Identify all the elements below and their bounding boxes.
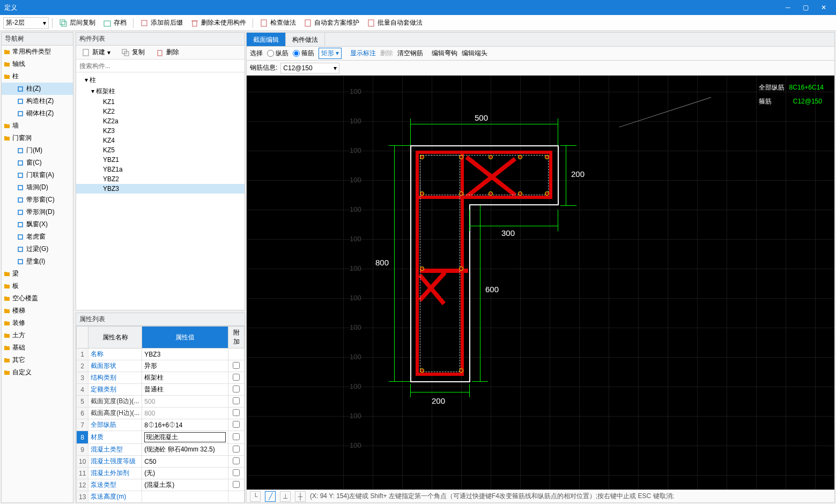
prefix-button[interactable]: 添加前后缀 bbox=[137, 17, 186, 29]
rebar-info-label: 钢筋信息: bbox=[250, 63, 277, 72]
nav-sub-item[interactable]: 砌体柱(Z) bbox=[2, 107, 73, 120]
nav-sub-item[interactable]: 门(M) bbox=[2, 144, 73, 157]
edit-end-button[interactable]: 编辑端头 bbox=[462, 49, 487, 58]
nav-item[interactable]: 常用构件类型 bbox=[2, 46, 73, 58]
section-canvas[interactable]: 100100100100100100100100100100100100100全… bbox=[247, 76, 834, 490]
delete-unused-button[interactable]: 删除未使用构件 bbox=[187, 17, 249, 29]
tab-methods[interactable]: 构件做法 bbox=[286, 33, 325, 46]
radio-longitudinal[interactable]: 纵筋 bbox=[267, 49, 288, 58]
tree-item[interactable]: YBZ3 bbox=[76, 184, 245, 194]
tree-item[interactable]: KZ2 bbox=[76, 107, 245, 116]
r2-label: 箍筋 bbox=[301, 49, 314, 58]
snap-icon-2[interactable]: ╱ bbox=[265, 491, 276, 502]
prop-check[interactable] bbox=[233, 386, 240, 392]
prop-row[interactable]: 13泵送高度(m) bbox=[77, 491, 245, 503]
check-button[interactable]: 检查做法 bbox=[256, 17, 299, 29]
chevron-down-icon: ▾ bbox=[107, 49, 110, 56]
tab-section-edit[interactable]: 截面编辑 bbox=[247, 33, 286, 46]
auto-scheme-button[interactable]: 自动套方案维护 bbox=[300, 17, 362, 29]
nav-item[interactable]: 其它 bbox=[2, 354, 73, 366]
prop-check[interactable] bbox=[233, 374, 240, 381]
new-button[interactable]: 新建▾ bbox=[78, 46, 114, 58]
chevron-down-icon: ▾ bbox=[43, 19, 46, 27]
prop-check[interactable] bbox=[233, 469, 240, 476]
nav-item[interactable]: 土方 bbox=[2, 329, 73, 342]
shape-select[interactable]: 矩形 ▾ bbox=[319, 48, 342, 59]
nav-item[interactable]: 柱 bbox=[2, 70, 73, 83]
tree-item[interactable]: KZ2a bbox=[76, 116, 245, 126]
rebar-info-field[interactable]: C12@150▾ bbox=[280, 63, 339, 73]
nav-item[interactable]: 墙 bbox=[2, 120, 73, 132]
batch-auto-button[interactable]: 批量自动套做法 bbox=[364, 17, 426, 29]
prop-check[interactable] bbox=[233, 421, 240, 428]
prop-check[interactable] bbox=[233, 457, 240, 464]
prop-row[interactable]: 8材质现浇混凝土 bbox=[77, 431, 245, 444]
prop-row[interactable]: 10混凝土强度等级C50 bbox=[77, 456, 245, 468]
snap-icon-4[interactable]: ┼ bbox=[295, 491, 306, 502]
nav-item[interactable]: 自定义 bbox=[2, 366, 73, 379]
prop-row[interactable]: 9混凝土类型(现浇砼 卵石40mm 32.5) bbox=[77, 444, 245, 456]
prop-row[interactable]: 6截面高度(H边)(...800 bbox=[77, 407, 245, 419]
prop-check[interactable] bbox=[233, 481, 240, 488]
tree-item[interactable]: KZ1 bbox=[76, 97, 245, 107]
prop-row[interactable]: 1名称YBZ3 bbox=[77, 349, 245, 360]
tree-item[interactable]: YBZ2 bbox=[76, 174, 245, 184]
prop-check[interactable] bbox=[233, 362, 240, 369]
prop-row[interactable]: 3结构类别框架柱 bbox=[77, 372, 245, 384]
snap-icon-1[interactable]: └ bbox=[250, 491, 261, 502]
prop-row[interactable]: 2截面形状异形 bbox=[77, 360, 245, 372]
maximize-icon[interactable]: ▢ bbox=[798, 4, 814, 11]
nav-sub-item[interactable]: 带形洞(D) bbox=[2, 206, 73, 218]
nav-item[interactable]: 板 bbox=[2, 280, 73, 292]
archive-button[interactable]: 存档 bbox=[100, 17, 130, 29]
prop-row[interactable]: 12泵送类型(混凝土泵) bbox=[77, 479, 245, 491]
prop-row[interactable]: 5截面宽度(B边)(...500 bbox=[77, 396, 245, 407]
nav-sub-item[interactable]: 构造柱(Z) bbox=[2, 95, 73, 107]
nav-item[interactable]: 轴线 bbox=[2, 58, 73, 70]
svg-rect-7 bbox=[305, 20, 310, 26]
nav-item[interactable]: 空心楼盖 bbox=[2, 292, 73, 305]
tree-item[interactable]: KZ3 bbox=[76, 126, 245, 136]
nav-sub-item[interactable]: 门联窗(A) bbox=[2, 169, 73, 181]
nav-item[interactable]: 梁 bbox=[2, 268, 73, 280]
nav-sub-item[interactable]: 过梁(G) bbox=[2, 243, 73, 255]
svg-rect-17 bbox=[18, 210, 23, 214]
radio-stirrup[interactable]: 箍筋 bbox=[293, 49, 314, 58]
prop-row[interactable]: 11混凝土外加剂(无) bbox=[77, 468, 245, 479]
nav-sub-item[interactable]: 老虎窗 bbox=[2, 231, 73, 243]
prop-row[interactable]: 7全部纵筋8⏀16+6⏀14 bbox=[77, 419, 245, 431]
nav-item[interactable]: 楼梯 bbox=[2, 305, 73, 317]
show-annotation-button[interactable]: 显示标注 bbox=[350, 49, 376, 58]
nav-sub-item[interactable]: 柱(Z) bbox=[2, 83, 73, 95]
minimize-icon[interactable]: ─ bbox=[780, 4, 796, 11]
tree-item[interactable]: KZ4 bbox=[76, 136, 245, 145]
nav-item[interactable]: 门窗洞 bbox=[2, 132, 73, 144]
tree-item[interactable]: YBZ1 bbox=[76, 155, 245, 165]
nav-item[interactable]: 装修 bbox=[2, 317, 73, 329]
prop-check[interactable] bbox=[233, 433, 240, 440]
prop-check[interactable] bbox=[233, 397, 240, 404]
copy-between-floors-button[interactable]: 层间复制 bbox=[56, 17, 99, 29]
svg-rect-4 bbox=[193, 21, 197, 26]
edit-hook-button[interactable]: 编辑弯钩 bbox=[432, 49, 457, 58]
nav-item[interactable]: 基础 bbox=[2, 342, 73, 354]
tree-item[interactable]: YBZ1a bbox=[76, 165, 245, 174]
floor-select[interactable]: 第-2层▾ bbox=[3, 17, 49, 29]
copy-button[interactable]: 复制 bbox=[118, 46, 148, 58]
search-input[interactable] bbox=[76, 60, 245, 72]
tree-item[interactable]: ▾ 框架柱 bbox=[76, 86, 245, 97]
nav-sub-item[interactable]: 带形窗(C) bbox=[2, 194, 73, 206]
close-icon[interactable]: ✕ bbox=[816, 4, 832, 11]
nav-sub-item[interactable]: 壁龛(I) bbox=[2, 255, 73, 268]
clear-rebar-button[interactable]: 清空钢筋 bbox=[397, 49, 423, 58]
snap-icon-3[interactable]: ⊥ bbox=[280, 491, 291, 502]
nav-sub-item[interactable]: 墙洞(D) bbox=[2, 181, 73, 194]
prop-check[interactable] bbox=[233, 409, 240, 416]
tree-item[interactable]: KZ5 bbox=[76, 145, 245, 155]
prop-check[interactable] bbox=[233, 446, 240, 453]
tree-item[interactable]: ▾ 柱 bbox=[76, 75, 245, 86]
nav-sub-item[interactable]: 飘窗(X) bbox=[2, 218, 73, 231]
prop-row[interactable]: 4定额类别普通柱 bbox=[77, 384, 245, 396]
nav-sub-item[interactable]: 窗(C) bbox=[2, 157, 73, 169]
delete-button[interactable]: 删除 bbox=[152, 46, 182, 58]
